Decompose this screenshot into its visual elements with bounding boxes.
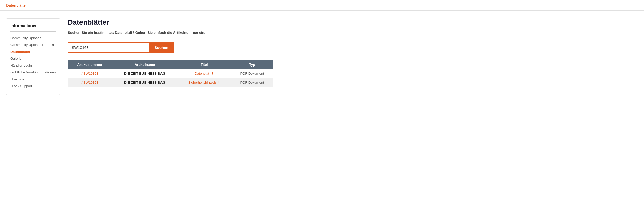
table-body: iSW10163DIE ZEIT BUSINESS BAGDatenblatt … [68, 69, 273, 87]
cell-titel: Datenblatt ⬇ [178, 69, 231, 78]
main-wrapper: Informationen Community Uploads Communit… [0, 11, 279, 102]
results-table: Artikelnummer Artikelname Titel Typ iSW1… [68, 60, 273, 87]
sidebar-item-community-uploads[interactable]: Community Uploads [10, 35, 56, 41]
download-icon: ⬇ [211, 72, 214, 75]
page-subtitle: Suchen Sie ein bestimmtes Datenblatt? Ge… [68, 30, 273, 35]
col-header-artikelname: Artikelname [112, 60, 178, 69]
article-number[interactable]: SW10163 [83, 81, 98, 84]
col-header-typ: Typ [231, 60, 273, 69]
article-name: DIE ZEIT BUSINESS BAG [124, 81, 165, 84]
sidebar-item-galerie[interactable]: Galerie [10, 55, 56, 62]
table-row: iSW10163DIE ZEIT BUSINESS BAGDatenblatt … [68, 69, 273, 78]
search-input[interactable] [68, 42, 149, 53]
cell-artikelnummer: iSW10163 [68, 69, 112, 78]
cell-typ: PDF-Dokument [231, 69, 273, 78]
title-link[interactable]: Sicherheitshinweis ⬇ [188, 81, 220, 84]
article-number[interactable]: SW10163 [83, 72, 98, 75]
sidebar-item-rechtliche-vorabinfo[interactable]: rechtliche Vorabinformationen [10, 69, 56, 76]
sidebar-item-hilfe-support[interactable]: Hilfe / Support [10, 83, 56, 89]
table-header: Artikelnummer Artikelname Titel Typ [68, 60, 273, 69]
sidebar: Informationen Community Uploads Communit… [6, 18, 60, 95]
sidebar-item-community-uploads-produkt[interactable]: Community Uploads Produkt [10, 41, 56, 48]
table-row: iSW10163DIE ZEIT BUSINESS BAGSicherheits… [68, 78, 273, 87]
cell-titel: Sicherheitshinweis ⬇ [178, 78, 231, 87]
page-title: Datenblätter [68, 18, 273, 26]
article-name: DIE ZEIT BUSINESS BAG [124, 72, 165, 75]
sidebar-heading: Informationen [10, 24, 56, 32]
download-icon: ⬇ [218, 81, 220, 84]
cell-typ: PDF-Dokument [231, 78, 273, 87]
search-row: Suchen [68, 42, 273, 53]
sidebar-item-ueber-uns[interactable]: Über uns [10, 76, 56, 83]
col-header-artikelnummer: Artikelnummer [68, 60, 112, 69]
info-icon[interactable]: i [81, 72, 82, 75]
col-header-titel: Titel [178, 60, 231, 69]
cell-artikelname: DIE ZEIT BUSINESS BAG [112, 78, 178, 87]
title-link[interactable]: Datenblatt ⬇ [195, 72, 214, 75]
sidebar-item-haendler-login[interactable]: Händler-Login [10, 62, 56, 69]
pdf-type: PDF-Dokument [240, 81, 264, 84]
sidebar-item-datenblaetter[interactable]: Datenblätter [10, 48, 56, 55]
top-bar-title: Datenblätter [6, 3, 27, 7]
content-area: Datenblätter Suchen Sie ein bestimmtes D… [68, 18, 273, 95]
search-button[interactable]: Suchen [149, 42, 174, 53]
pdf-type: PDF-Dokument [240, 72, 264, 75]
cell-artikelnummer: iSW10163 [68, 78, 112, 87]
info-icon[interactable]: i [81, 81, 82, 84]
cell-artikelname: DIE ZEIT BUSINESS BAG [112, 69, 178, 78]
top-bar: Datenblätter [0, 0, 644, 11]
